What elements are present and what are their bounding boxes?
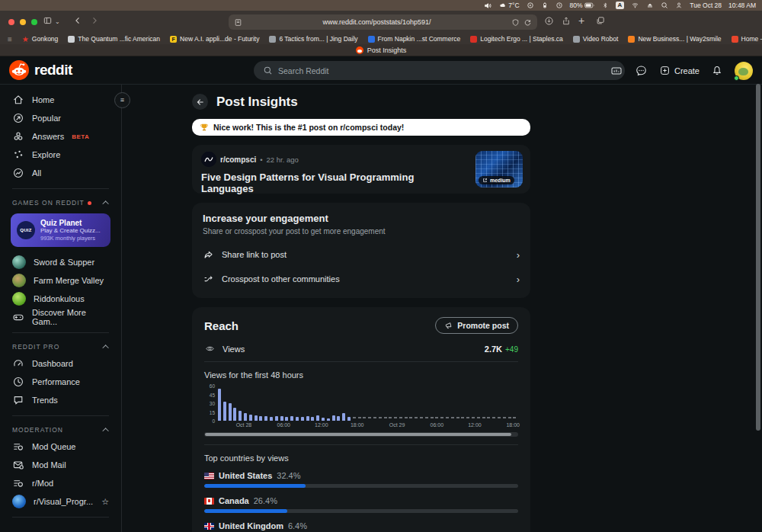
input-source-icon[interactable]: A	[616, 2, 625, 9]
menubar-date[interactable]: Tue Oct 28	[690, 2, 722, 9]
sidebar-item-all[interactable]: All	[0, 164, 121, 182]
create-button[interactable]: Create	[659, 65, 700, 76]
y-tick-label: 0	[204, 418, 215, 424]
sidebar-chevron-icon[interactable]: ⌄	[55, 18, 60, 25]
games-section-header[interactable]: GAMES ON REDDIT	[0, 195, 121, 210]
forward-nav-icon[interactable]	[90, 16, 99, 27]
record-icon[interactable]	[527, 2, 534, 9]
chart-scrollbar-thumb[interactable]	[205, 433, 511, 436]
eject-icon[interactable]	[646, 2, 654, 9]
sidebar-item-home[interactable]: Home	[0, 91, 121, 109]
community-avatar[interactable]	[201, 152, 216, 167]
sidebar-toggle-icon[interactable]	[43, 16, 53, 27]
promote-post-button[interactable]: Promote post	[435, 317, 518, 334]
sidebar-game-farm-merge-valley[interactable]: Farm Merge Valley	[0, 271, 121, 290]
minimize-window-button[interactable]	[20, 19, 26, 25]
favorite-star-icon[interactable]: ☆	[101, 497, 109, 507]
games-header-label: GAMES ON REDDIT	[12, 199, 85, 207]
tab-title[interactable]: Post Insights	[367, 46, 407, 54]
back-nav-icon[interactable]	[73, 16, 82, 27]
bookmark-item[interactable]: Home - Insure...anely Simple	[732, 35, 762, 43]
bookmark-item[interactable]: Video Robot	[573, 35, 619, 43]
sidebar-item-label: Discover More Gam...	[32, 308, 109, 326]
menubar-time[interactable]: 10:48 AM	[728, 2, 756, 9]
privacy-icon[interactable]	[511, 18, 520, 27]
close-window-button[interactable]	[8, 19, 14, 25]
bluetooth-icon[interactable]	[602, 2, 609, 10]
sidebar-pro-performance[interactable]: Performance	[0, 373, 121, 391]
chart-x-axis: Oct 2806:0012:0018:00Oct 2906:0012:0018:…	[218, 422, 518, 429]
future-dash	[472, 417, 475, 418]
post-title[interactable]: Five Design Patterns for Visual Programm…	[201, 171, 460, 194]
user-avatar[interactable]	[735, 62, 753, 80]
chart-horizontal-scrollbar[interactable]	[204, 432, 518, 437]
moderation-section-header[interactable]: MODERATION	[0, 422, 121, 437]
reload-icon[interactable]	[523, 18, 532, 27]
chart-slot	[405, 417, 410, 421]
quiz-planet-card[interactable]: QUIZ Quiz Planet Play & Create Quizz... …	[11, 213, 110, 247]
sidebar-mod-r-visual-progr[interactable]: r/Visual_Progr...☆	[0, 492, 121, 511]
bookmark-item[interactable]: FNew A.I. appli...de - Futurity	[170, 35, 259, 43]
bookmarks-menu-icon[interactable]: ≡	[8, 35, 12, 43]
sidebar-game-riddonkulous[interactable]: Riddonkulous	[0, 290, 121, 308]
address-bar[interactable]: www.reddit.com/poststats/1ohp591/	[229, 14, 537, 30]
sidebar-pro-dashboard[interactable]: Dashboard	[0, 354, 121, 373]
post-thumbnail[interactable]: medium	[475, 151, 523, 187]
share-page-icon[interactable]	[562, 16, 571, 27]
chart-slot	[229, 403, 234, 421]
sidebar-mod-mod-mail[interactable]: Mod Mail	[0, 456, 121, 474]
user-switch-icon[interactable]	[675, 2, 683, 9]
y-tick-label: 45	[204, 393, 215, 398]
bookmark-item[interactable]: ★Gonkong	[22, 35, 58, 43]
advertise-icon[interactable]	[610, 65, 623, 77]
sidebar-item-popular[interactable]: Popular	[0, 109, 121, 127]
engagement-action-share[interactable]: Share link to post›	[203, 246, 520, 263]
bookmark-item[interactable]: From Napkin ...st Commerce	[368, 35, 461, 43]
back-button[interactable]	[192, 94, 208, 110]
sidebar-item-label: Answers	[32, 132, 64, 141]
zoom-window-button[interactable]	[31, 19, 37, 25]
bookmark-item[interactable]: 6 Tactics from... | Jing Daily	[269, 35, 357, 43]
chart-slot	[223, 402, 229, 421]
weather-item[interactable]: 7°C	[499, 2, 519, 9]
new-tab-icon[interactable]: +	[578, 14, 584, 27]
sidebar-item-answers[interactable]: AnswersBETA	[0, 127, 121, 146]
reddit-logo[interactable]: reddit	[9, 60, 72, 80]
clock-icon[interactable]	[555, 2, 563, 9]
community-name[interactable]: r/compsci	[220, 155, 256, 164]
sidebar-pro-trends[interactable]: Trends	[0, 391, 121, 409]
bookmark-item[interactable]: The Quantum ...fic American	[68, 35, 160, 43]
chart-slot	[311, 417, 316, 421]
chat-icon[interactable]	[635, 64, 648, 77]
page-scrollbar-thumb[interactable]	[756, 84, 760, 431]
search-input[interactable]: Search Reddit	[254, 61, 625, 80]
spotlight-search-icon[interactable]	[661, 2, 668, 9]
url-text[interactable]: www.reddit.com/poststats/1ohp591/	[242, 18, 511, 26]
pro-section-header[interactable]: REDDIT PRO	[0, 339, 121, 354]
future-dash	[389, 417, 392, 418]
sidebar-game-sword-supper[interactable]: Sword & Supper	[0, 253, 121, 271]
views-bar	[255, 415, 258, 421]
sidebar-mod-mod-queue[interactable]: Mod Queue	[0, 437, 121, 456]
chart-slot	[456, 417, 462, 421]
sidebar-collapse-button[interactable]: ≡	[114, 92, 130, 108]
sidebar-item-explore[interactable]: Explore	[0, 146, 121, 164]
reddit-snoo-icon	[9, 60, 29, 80]
sound-icon[interactable]	[484, 2, 492, 10]
wifi-icon[interactable]	[631, 2, 639, 9]
battery-item[interactable]: 80%	[570, 2, 595, 9]
new-badge-dot	[88, 201, 91, 205]
outbound-link-badge[interactable]: medium	[479, 176, 514, 184]
post-card[interactable]: r/compsci • 22 hr. ago Five Design Patte…	[192, 145, 530, 194]
page-format-icon[interactable]	[234, 18, 242, 27]
bookmark-item[interactable]: Logitech Ergo ... | Staples.ca	[470, 35, 563, 43]
downloads-icon[interactable]	[544, 16, 554, 27]
bookmark-item[interactable]: New Business... | Way2smile	[628, 35, 721, 43]
sidebar-game-discover-more-gam[interactable]: Discover More Gam...	[0, 308, 121, 326]
y-tick-label: 60	[204, 383, 215, 389]
stack-icon[interactable]	[541, 2, 549, 9]
notifications-bell-icon[interactable]	[711, 64, 723, 77]
engagement-action-crosspost[interactable]: Crosspost to other communities›	[203, 271, 520, 287]
sidebar-mod-r-mod[interactable]: r/Mod	[0, 474, 121, 492]
tab-overview-icon[interactable]	[596, 16, 605, 27]
